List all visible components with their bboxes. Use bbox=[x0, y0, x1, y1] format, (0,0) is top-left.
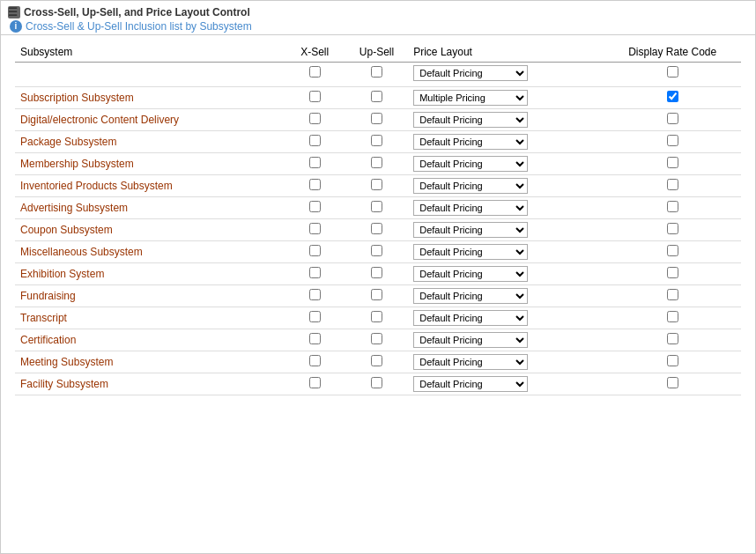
xcell-checkbox[interactable] bbox=[309, 91, 321, 102]
displayrate-cell bbox=[604, 241, 741, 263]
displayrate-checkbox[interactable] bbox=[667, 289, 678, 300]
subsystem-link[interactable]: Advertising Subsystem bbox=[20, 202, 128, 214]
pricelayout-select[interactable]: Default PricingMultiple Pricing bbox=[413, 156, 528, 172]
subsystem-label-cell: Subscription Subsystem bbox=[15, 87, 284, 109]
displayrate-checkbox[interactable] bbox=[667, 135, 678, 146]
pricelayout-select[interactable]: Default PricingMultiple Pricing bbox=[413, 376, 528, 392]
upsell-checkbox[interactable] bbox=[371, 113, 382, 124]
xcell-cell bbox=[284, 241, 345, 263]
displayrate-checkbox[interactable] bbox=[667, 377, 678, 388]
sub-link[interactable]: Cross-Sell & Up-Sell Inclusion list by S… bbox=[26, 20, 252, 33]
upsell-checkbox[interactable] bbox=[371, 245, 382, 256]
pricelayout-select[interactable]: Default PricingMultiple Pricing bbox=[413, 244, 528, 260]
upsell-checkbox[interactable] bbox=[371, 311, 382, 322]
subsystem-link[interactable]: Meeting Subsystem bbox=[20, 356, 113, 368]
upsell-checkbox[interactable] bbox=[371, 267, 382, 278]
subsystem-link[interactable]: Exhibition System bbox=[20, 268, 104, 280]
upsell-checkbox[interactable] bbox=[371, 223, 382, 234]
displayrate-checkbox[interactable] bbox=[667, 333, 678, 344]
subsystem-link[interactable]: Digital/electronic Content Delivery bbox=[20, 114, 179, 126]
displayrate-checkbox[interactable] bbox=[667, 355, 678, 366]
pricelayout-select[interactable]: Default PricingMultiple Pricing bbox=[413, 90, 528, 106]
xcell-checkbox[interactable] bbox=[309, 267, 321, 278]
displayrate-checkbox[interactable] bbox=[667, 201, 678, 212]
displayrate-cell bbox=[604, 329, 741, 351]
subsystem-link[interactable]: Fundraising bbox=[20, 290, 76, 302]
displayrate-checkbox[interactable] bbox=[667, 245, 678, 256]
upsell-checkbox[interactable] bbox=[371, 135, 382, 146]
xcell-checkbox[interactable] bbox=[309, 333, 321, 344]
upsell-checkbox[interactable] bbox=[371, 157, 382, 168]
pricelayout-select[interactable]: Default PricingMultiple Pricing bbox=[413, 354, 528, 370]
upsell-checkbox[interactable] bbox=[371, 91, 382, 102]
displayrate-checkbox[interactable] bbox=[667, 179, 678, 190]
pricelayout-select[interactable]: Default PricingMultiple Pricing bbox=[413, 178, 528, 194]
xcell-checkbox[interactable] bbox=[309, 355, 321, 366]
subsystem-link[interactable]: Certification bbox=[20, 334, 76, 346]
subsystem-label-cell: Miscellaneous Subsystem bbox=[15, 241, 284, 263]
pricelayout-cell: Default PricingMultiple Pricing bbox=[408, 241, 604, 263]
displayrate-checkbox[interactable] bbox=[667, 157, 678, 168]
upsell-cell bbox=[345, 241, 408, 263]
table-row: Meeting SubsystemDefault PricingMultiple… bbox=[15, 351, 741, 373]
subsystem-link[interactable]: Facility Subsystem bbox=[20, 378, 108, 390]
upsell-checkbox[interactable] bbox=[371, 355, 382, 366]
upsell-checkbox[interactable] bbox=[371, 201, 382, 212]
table-row: Membership SubsystemDefault PricingMulti… bbox=[15, 153, 741, 175]
xcell-checkbox[interactable] bbox=[309, 179, 321, 190]
xcell-checkbox[interactable] bbox=[309, 113, 321, 124]
upsell-checkbox[interactable] bbox=[371, 377, 382, 388]
subsystem-label-cell: Package Subsystem bbox=[15, 131, 284, 153]
pricelayout-select[interactable]: Default PricingMultiple Pricing bbox=[413, 266, 528, 282]
xcell-checkbox[interactable] bbox=[309, 223, 321, 234]
upsell-cell bbox=[345, 87, 408, 109]
table-row: Exhibition SystemDefault PricingMultiple… bbox=[15, 263, 741, 285]
subsystem-link[interactable]: Inventoried Products Subsystem bbox=[20, 180, 173, 192]
subsystem-link[interactable]: Membership Subsystem bbox=[20, 158, 134, 170]
subsystem-link[interactable]: Coupon Subsystem bbox=[20, 224, 113, 236]
xcell-checkbox[interactable] bbox=[309, 289, 321, 300]
displayrate-checkbox[interactable] bbox=[667, 223, 678, 234]
xcell-checkbox[interactable] bbox=[309, 311, 321, 322]
xcell-cell bbox=[284, 351, 345, 373]
pricelayout-cell: Default PricingMultiple Pricing bbox=[408, 263, 604, 285]
pricelayout-select[interactable]: Default PricingMultiple Pricing bbox=[413, 134, 528, 150]
top-xcell-checkbox[interactable] bbox=[309, 66, 321, 78]
subsystem-label-cell: Membership Subsystem bbox=[15, 153, 284, 175]
pricelayout-select[interactable]: Default PricingMultiple Pricing bbox=[413, 288, 528, 304]
subsystem-link[interactable]: Miscellaneous Subsystem bbox=[20, 246, 143, 258]
pricelayout-select[interactable]: Default PricingMultiple Pricing bbox=[413, 112, 528, 128]
subsystem-label-cell: Certification bbox=[15, 329, 284, 351]
xcell-cell bbox=[284, 87, 345, 109]
xcell-cell bbox=[284, 373, 345, 395]
table-row: Facility SubsystemDefault PricingMultipl… bbox=[15, 373, 741, 395]
pricelayout-cell: Default PricingMultiple Pricing bbox=[408, 329, 604, 351]
top-displayrate-checkbox[interactable] bbox=[667, 66, 678, 78]
pricelayout-select[interactable]: Default PricingMultiple Pricing bbox=[413, 200, 528, 216]
subsystem-link[interactable]: Transcript bbox=[20, 312, 67, 324]
pricelayout-select[interactable]: Default PricingMultiple Pricing bbox=[413, 310, 528, 326]
pricelayout-select[interactable]: Default PricingMultiple Pricing bbox=[413, 332, 528, 348]
upsell-checkbox[interactable] bbox=[371, 289, 382, 300]
upsell-cell bbox=[345, 197, 408, 219]
top-pricelayout-select[interactable]: Default Pricing Multiple Pricing bbox=[413, 65, 528, 81]
info-icon: i bbox=[10, 20, 22, 33]
xcell-checkbox[interactable] bbox=[309, 157, 321, 168]
displayrate-cell bbox=[604, 153, 741, 175]
displayrate-checkbox[interactable] bbox=[667, 91, 678, 102]
displayrate-checkbox[interactable] bbox=[667, 113, 678, 124]
upsell-checkbox[interactable] bbox=[371, 179, 382, 190]
xcell-checkbox[interactable] bbox=[309, 201, 321, 212]
displayrate-checkbox[interactable] bbox=[667, 267, 678, 278]
subsystem-label-cell: Exhibition System bbox=[15, 263, 284, 285]
subsystem-link[interactable]: Package Subsystem bbox=[20, 136, 116, 148]
pricelayout-select[interactable]: Default PricingMultiple Pricing bbox=[413, 222, 528, 238]
xcell-checkbox[interactable] bbox=[309, 377, 321, 388]
xcell-checkbox[interactable] bbox=[309, 245, 321, 256]
xcell-checkbox[interactable] bbox=[309, 135, 321, 146]
displayrate-checkbox[interactable] bbox=[667, 311, 678, 322]
upsell-checkbox[interactable] bbox=[371, 333, 382, 344]
subsystem-link[interactable]: Subscription Subsystem bbox=[20, 92, 134, 104]
xcell-cell bbox=[284, 285, 345, 307]
top-upsell-checkbox[interactable] bbox=[371, 66, 382, 78]
